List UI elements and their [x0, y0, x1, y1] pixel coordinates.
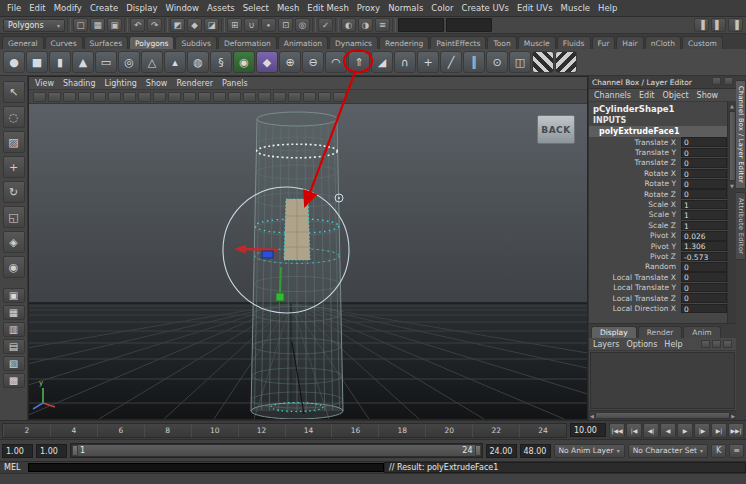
- select-by-hierarchy-icon[interactable]: ◩: [170, 18, 185, 32]
- extruded-face[interactable]: [284, 199, 310, 260]
- channel-label[interactable]: Translate X: [589, 138, 681, 147]
- new-empty-layer-icon[interactable]: [701, 340, 710, 348]
- menu-item[interactable]: Normals: [384, 2, 427, 14]
- channel-label[interactable]: Pivot Y: [589, 242, 681, 251]
- menu-set-selector[interactable]: Polygons ▾: [3, 19, 65, 32]
- poly-pipe-icon[interactable]: ◍: [187, 51, 209, 73]
- new-scene-icon[interactable]: □: [73, 18, 88, 32]
- command-line-language-toggle[interactable]: MEL: [0, 462, 28, 473]
- layer-options-icon[interactable]: [723, 340, 732, 348]
- smooth-icon[interactable]: ◠: [325, 51, 347, 73]
- channel-label[interactable]: Local Translate Y: [589, 283, 681, 292]
- character-set-selector[interactable]: No Character Set▾: [628, 444, 708, 458]
- split-polygon-icon[interactable]: ╱: [440, 51, 462, 73]
- grid-toggle-icon[interactable]: [138, 92, 151, 102]
- panel-menu-item[interactable]: Panels: [222, 79, 248, 88]
- hypershade-layout-button[interactable]: ▧: [3, 356, 25, 371]
- scrollbar-thumb[interactable]: [729, 111, 736, 181]
- channel-value-field[interactable]: 0: [681, 158, 727, 168]
- channel-value-field[interactable]: 0.026: [681, 231, 727, 241]
- shelf-tab[interactable]: General: [2, 36, 44, 49]
- select-by-object-icon[interactable]: ◆: [187, 18, 202, 32]
- panel-menu-item[interactable]: Renderer: [176, 79, 213, 88]
- play-forwards-button[interactable]: ▶: [677, 423, 693, 438]
- scale-tool-icon[interactable]: ◱: [3, 206, 25, 228]
- shape-node-name[interactable]: pCylinderShape1: [589, 102, 727, 115]
- go-to-end-button[interactable]: ▶▶|: [728, 423, 744, 438]
- menu-item[interactable]: Assets: [203, 2, 239, 14]
- channel-label[interactable]: Random: [589, 262, 681, 271]
- isolate-select-icon[interactable]: [333, 92, 346, 102]
- safe-title-icon[interactable]: [228, 92, 241, 102]
- poly-plane-icon[interactable]: ▭: [95, 51, 117, 73]
- wireframe-display-icon[interactable]: [243, 92, 256, 102]
- step-forward-frame-button[interactable]: ▶|: [711, 423, 727, 438]
- shelf-tab[interactable]: Polygons: [129, 36, 174, 49]
- bookmarks-icon[interactable]: [78, 92, 91, 102]
- anim-layer-selector[interactable]: No Anim Layer▾: [554, 444, 625, 458]
- select-by-component-icon[interactable]: ◪: [204, 18, 219, 32]
- quick-selection-field[interactable]: [398, 18, 444, 32]
- layer-list[interactable]: [590, 352, 735, 409]
- viewport-canvas[interactable]: y: [29, 104, 587, 419]
- redo-icon[interactable]: ↷: [147, 18, 162, 32]
- playback-end-field[interactable]: 24.00: [486, 444, 517, 458]
- lasso-select-tool-icon[interactable]: ◌: [3, 106, 25, 128]
- step-forward-key-button[interactable]: |▶: [694, 423, 710, 438]
- bridge-icon[interactable]: ∩: [394, 51, 416, 73]
- shelf-tab[interactable]: Hair: [616, 36, 643, 49]
- perspective-viewport[interactable]: ViewShadingLightingShowRendererPanels: [28, 76, 588, 420]
- back-button[interactable]: BACK: [537, 115, 575, 144]
- rotate-tool-icon[interactable]: ↻: [3, 181, 25, 203]
- channel-label[interactable]: Translate Y: [589, 148, 681, 157]
- channel-value-field[interactable]: 0: [681, 293, 727, 303]
- scroll-down-icon[interactable]: ▼: [730, 182, 734, 190]
- grease-pencil-icon[interactable]: [123, 92, 136, 102]
- menu-item[interactable]: Muscle: [557, 2, 594, 14]
- channel-box-menu-item[interactable]: Show: [697, 91, 719, 100]
- side-panel-tab[interactable]: Attribute Editor: [736, 192, 746, 260]
- field-chart-icon[interactable]: [198, 92, 211, 102]
- shelf-tab[interactable]: Curves: [45, 36, 83, 49]
- channel-label[interactable]: Rotate X: [589, 169, 681, 178]
- four-pane-layout-button[interactable]: ▦: [3, 305, 25, 320]
- shelf-tab[interactable]: Fluids: [557, 36, 591, 49]
- menu-item[interactable]: Select: [239, 2, 273, 14]
- shelf-tab[interactable]: Muscle: [518, 36, 556, 49]
- animation-start-field[interactable]: 1.00: [2, 444, 33, 458]
- step-back-key-button[interactable]: ◀|: [643, 423, 659, 438]
- play-backwards-button[interactable]: ◀: [660, 423, 676, 438]
- channel-box-menu-item[interactable]: Channels: [594, 91, 631, 100]
- snap-to-curves-icon[interactable]: ∪: [244, 18, 259, 32]
- menu-item[interactable]: Create UVs: [458, 2, 513, 14]
- platonic-solid-icon[interactable]: ◆: [256, 51, 278, 73]
- channel-value-field[interactable]: -0.573: [681, 252, 727, 262]
- render-settings-icon[interactable]: ≡: [375, 18, 390, 32]
- command-line-result[interactable]: // Result: polyExtrudeFace1: [384, 462, 746, 473]
- poly-cylinder-icon[interactable]: ▮: [49, 51, 71, 73]
- image-plane-icon[interactable]: [93, 92, 106, 102]
- layer-editor-tab[interactable]: Anim: [683, 326, 720, 338]
- layer-editor-menu-item[interactable]: Layers: [593, 340, 619, 349]
- channel-label[interactable]: Pivot Z: [589, 252, 681, 261]
- channel-label[interactable]: Local Direction X: [589, 304, 681, 313]
- animation-end-field[interactable]: 48.00: [520, 444, 551, 458]
- channel-value-field[interactable]: 0: [681, 179, 727, 189]
- view-plane-handle[interactable]: [262, 251, 273, 258]
- channel-box-menu-item[interactable]: Edit: [639, 91, 655, 100]
- cylinder-mesh[interactable]: [251, 112, 343, 419]
- channel-label[interactable]: Local Translate Z: [589, 294, 681, 303]
- move-tool-icon[interactable]: +: [3, 156, 25, 178]
- panel-menu-item[interactable]: Show: [146, 79, 168, 88]
- shelf-tab[interactable]: Fur: [592, 36, 616, 49]
- snap-to-points-icon[interactable]: ∙: [261, 18, 276, 32]
- current-time-field[interactable]: 10.00: [570, 423, 606, 437]
- channel-label[interactable]: Translate Z: [589, 158, 681, 167]
- channel-value-field[interactable]: 1: [681, 210, 727, 220]
- range-slider[interactable]: 1 24: [70, 443, 483, 458]
- shelf-tab[interactable]: Animation: [278, 36, 328, 49]
- scrollbar-thumb[interactable]: [595, 412, 730, 419]
- layer-horizontal-scrollbar[interactable]: ◀ ▶: [589, 410, 736, 420]
- scroll-left-icon[interactable]: ◀: [590, 412, 594, 420]
- snap-to-view-planes-icon[interactable]: ⊡: [278, 18, 293, 32]
